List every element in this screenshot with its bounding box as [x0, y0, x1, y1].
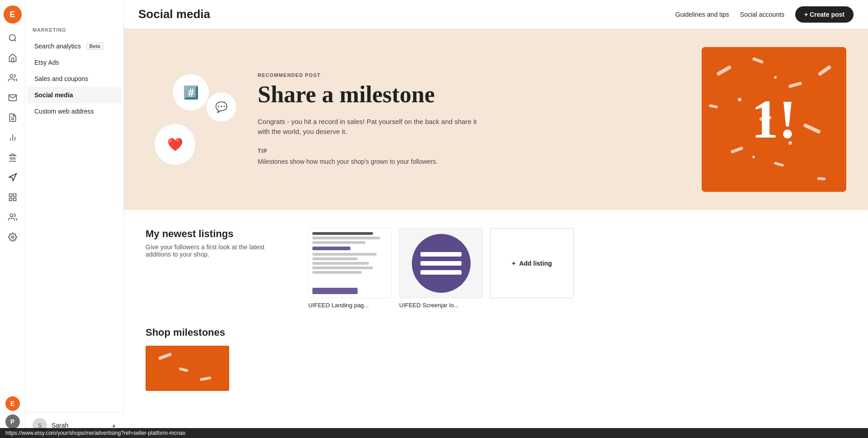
hero-illustration: #️⃣ 💬 ❤️	[146, 74, 236, 165]
sales-coupons-label: Sales and coupons	[34, 75, 88, 82]
listings-container: My newest listings Give your followers a…	[146, 228, 846, 309]
social-media-label: Social media	[34, 91, 73, 99]
search-analytics-item[interactable]: Search analytics Beta	[27, 38, 122, 54]
listings-info: My newest listings Give your followers a…	[146, 228, 290, 258]
etsy-ads-item[interactable]: Etsy Ads	[27, 54, 122, 71]
listing-1-name: UIFEED Landing pag...	[308, 302, 392, 309]
hero-description: Congrats - you hit a record in sales! Pa…	[258, 117, 484, 137]
hashtag-icon: #️⃣	[183, 85, 199, 100]
custom-web-address-item[interactable]: Custom web address	[27, 103, 122, 119]
mail-nav-icon[interactable]	[4, 89, 22, 107]
chevron-up-icon: ▲	[111, 422, 117, 428]
hero-content: RECOMMENDED POST Share a milestone Congr…	[258, 72, 702, 166]
heart-icon: ❤️	[167, 137, 183, 152]
chat-icon: 💬	[215, 101, 227, 113]
topbar: Social media Guidelines and tips Social …	[124, 0, 868, 29]
hashtag-bubble: #️⃣	[173, 74, 209, 110]
topbar-actions: Guidelines and tips Social accounts + Cr…	[675, 6, 854, 23]
settings-nav-icon[interactable]	[4, 228, 22, 246]
marketing-nav-icon[interactable]	[4, 168, 22, 186]
milestones-title: Shop milestones	[146, 327, 846, 338]
social-media-item[interactable]: Social media	[27, 87, 122, 103]
guidelines-link[interactable]: Guidelines and tips	[675, 11, 729, 18]
bank-nav-icon[interactable]	[4, 148, 22, 167]
listing-card[interactable]: UIFEED Screenjar lo...	[399, 228, 483, 309]
listings-section-desc: Give your followers a first look at the …	[146, 243, 290, 258]
apps-nav-icon[interactable]	[4, 188, 22, 206]
hero-title: Share a milestone	[258, 81, 702, 107]
milestone-preview	[146, 346, 229, 391]
shop-avatar-p[interactable]: P	[5, 414, 20, 429]
svg-rect-16	[9, 198, 12, 201]
milestones-section: Shop milestones	[124, 327, 868, 409]
people-nav-icon[interactable]	[4, 69, 22, 87]
plus-icon: +	[512, 260, 515, 267]
svg-marker-12	[9, 154, 15, 156]
svg-point-0	[9, 35, 15, 41]
heart-bubble: ❤️	[155, 124, 195, 165]
status-bar: https://www.etsy.com/your/shops/me/adver…	[0, 428, 868, 438]
listings-grid: UIFEED Landing pag... UIFEED Screenjar l…	[308, 228, 574, 309]
hero-number: 1!	[751, 92, 797, 147]
page-title: Social media	[138, 7, 675, 21]
custom-web-address-label: Custom web address	[34, 108, 94, 115]
tip-label: TIP	[258, 148, 702, 154]
hero-image: 1!	[702, 47, 846, 192]
add-listing-label: Add listing	[519, 260, 552, 267]
svg-rect-15	[13, 198, 16, 201]
listings-section: My newest listings Give your followers a…	[124, 210, 868, 327]
chat-bubble: 💬	[207, 92, 236, 122]
svg-point-17	[10, 214, 13, 217]
add-listing-button[interactable]: + Add listing	[490, 228, 574, 298]
community-nav-icon[interactable]	[4, 208, 22, 226]
sidebar: MARKETING Search analytics Beta Etsy Ads…	[25, 0, 124, 438]
shop-avatar-e[interactable]: E	[5, 396, 20, 411]
social-accounts-link[interactable]: Social accounts	[740, 11, 784, 18]
listing-1-thumb	[308, 228, 392, 298]
hero-banner: #️⃣ 💬 ❤️ RECOMMENDED POST Share a milest…	[124, 29, 868, 210]
search-nav-icon[interactable]	[4, 29, 22, 47]
sales-coupons-item[interactable]: Sales and coupons	[27, 71, 122, 87]
tip-text: Milestones show how much your shop's gro…	[258, 157, 702, 167]
listing-card[interactable]: UIFEED Landing pag...	[308, 228, 392, 309]
create-post-button[interactable]: + Create post	[795, 6, 854, 23]
listing-2-name: UIFEED Screenjar lo...	[399, 302, 483, 309]
main-content: Social media Guidelines and tips Social …	[124, 0, 868, 438]
stats-nav-icon[interactable]	[4, 129, 22, 147]
recommended-label: RECOMMENDED POST	[258, 72, 702, 78]
etsy-logo[interactable]: E	[4, 5, 22, 24]
etsy-ads-label: Etsy Ads	[34, 59, 59, 66]
listing-2-thumb	[399, 228, 483, 298]
icon-rail: E	[0, 0, 25, 438]
svg-point-1	[10, 75, 13, 78]
search-analytics-label: Search analytics	[34, 43, 81, 50]
svg-rect-14	[13, 194, 16, 197]
sidebar-section-label: MARKETING	[25, 27, 123, 38]
home-nav-icon[interactable]	[4, 49, 22, 67]
svg-point-18	[11, 236, 14, 238]
status-url: https://www.etsy.com/your/shops/me/adver…	[5, 430, 185, 436]
svg-rect-13	[9, 194, 12, 197]
purple-logo	[412, 234, 471, 293]
orders-nav-icon[interactable]	[4, 109, 22, 127]
beta-badge: Beta	[86, 43, 104, 50]
listings-section-title: My newest listings	[146, 228, 290, 240]
